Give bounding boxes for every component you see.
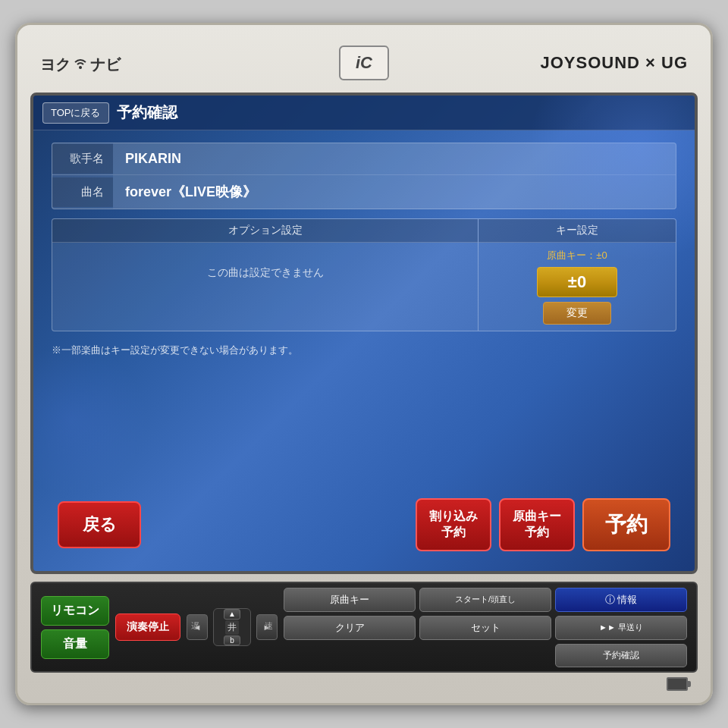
artist-row: 歌手名 PIKARIN: [52, 143, 676, 175]
interrupt-line1: 割り込み: [429, 509, 478, 525]
brand-right: JOYSOUND × UG: [540, 53, 688, 73]
reserve-confirm-button[interactable]: 予約確認: [555, 644, 687, 667]
screen-content: 歌手名 PIKARIN 曲名 forever《LIVE映像》 オプション設定 こ…: [33, 130, 695, 571]
set-button[interactable]: セット: [419, 616, 551, 640]
screen-area: TOPに戻る 予約確認 歌手名 PIKARIN 曲名 forever《LIVE映…: [30, 93, 698, 574]
original-key-ctrl-button[interactable]: 原曲キー: [284, 588, 416, 612]
song-value: forever《LIVE映像》: [113, 175, 676, 209]
volume-button[interactable]: 音量: [41, 629, 109, 659]
fast-forward-button[interactable]: ►► 早送り: [555, 616, 687, 640]
info-button[interactable]: ⓘ 情報: [555, 588, 687, 612]
original-key-line1: 原曲キー: [513, 509, 561, 525]
key-settings-body: 原曲キー：±0 ±0 変更: [479, 243, 676, 331]
left-ctrl-buttons: リモコン 音量: [41, 596, 109, 659]
notice-text: ※一部楽曲はキー設定が変更できない場合があります。: [52, 339, 676, 362]
stop-button[interactable]: 演奏停止: [115, 613, 180, 641]
artist-value: PIKARIN: [113, 143, 676, 174]
original-key-line2: 予約: [513, 525, 561, 541]
ic-label: iC: [356, 53, 372, 72]
brand-left-text: ヨクナビ: [40, 51, 121, 75]
device-footer: [25, 673, 703, 695]
key-change-button[interactable]: 変更: [543, 302, 611, 325]
slow-label: 遅: [191, 620, 199, 632]
dpad-container: ◄ 遅 ▲ 井 b ► 速: [187, 593, 278, 661]
screen-top-bar: TOPに戻る 予約確認: [33, 96, 695, 130]
key-original-label: 原曲キー：±0: [547, 249, 607, 262]
back-button[interactable]: 戻る: [58, 501, 141, 548]
screen-title: 予約確認: [117, 102, 177, 123]
back-to-top-button[interactable]: TOPに戻る: [42, 102, 109, 124]
ctrl-grid: 原曲キー スタート/頭直し ⓘ 情報 クリア セット ►► 早送り 予約確認: [284, 588, 687, 667]
song-label: 曲名: [52, 177, 113, 207]
start-restart-button[interactable]: スタート/頭直し: [419, 588, 551, 612]
device-shell: ヨクナビ iC JOYSOUND × UG TOPに戻る 予約確認 歌手名 PI…: [15, 23, 713, 705]
dpad-middle-row: 井: [225, 620, 239, 635]
dpad-up-button[interactable]: ▲: [224, 609, 240, 620]
fast-label: 速: [265, 620, 273, 632]
key-settings-header: キー設定: [479, 219, 676, 243]
device-header: ヨクナビ iC JOYSOUND × UG: [25, 33, 703, 93]
action-buttons: 戻る 割り込み 予約 原曲キー 予約 予約: [52, 491, 676, 559]
btn-group-right: 割り込み 予約 原曲キー 予約 予約: [416, 498, 670, 551]
options-section: オプション設定 この曲は設定できません キー設定 原曲キー：±0 ±0 変更: [52, 218, 676, 331]
interrupt-line2: 予約: [429, 525, 478, 541]
info-table: 歌手名 PIKARIN 曲名 forever《LIVE映像》: [52, 143, 676, 209]
key-value-display: ±0: [537, 267, 617, 297]
artist-label: 歌手名: [52, 144, 113, 174]
key-settings: キー設定 原曲キー：±0 ±0 変更: [479, 219, 676, 331]
control-panel: リモコン 音量 演奏停止 ◄ 遅 ▲ 井 b ► 速 原曲キー スター: [30, 582, 698, 673]
song-row: 曲名 forever《LIVE映像》: [52, 175, 676, 209]
brand-left: ヨクナビ: [40, 51, 121, 75]
options-body: この曲は設定できません: [52, 243, 478, 303]
ic-button[interactable]: iC: [339, 46, 389, 80]
clear-button[interactable]: クリア: [284, 616, 416, 640]
dpad-center: ▲ 井 b: [213, 608, 251, 646]
dpad-down-button[interactable]: b: [224, 635, 240, 646]
svg-point-0: [79, 66, 82, 69]
battery-icon: [667, 677, 688, 691]
interrupt-button[interactable]: 割り込み 予約: [416, 498, 491, 551]
reserve-button[interactable]: 予約: [582, 498, 670, 551]
remote-button[interactable]: リモコン: [41, 596, 109, 626]
key-up-symbol: 井: [225, 620, 239, 635]
options-left: オプション設定 この曲は設定できません: [52, 219, 479, 331]
options-header: オプション設定: [52, 219, 478, 243]
original-key-button[interactable]: 原曲キー 予約: [499, 498, 575, 551]
